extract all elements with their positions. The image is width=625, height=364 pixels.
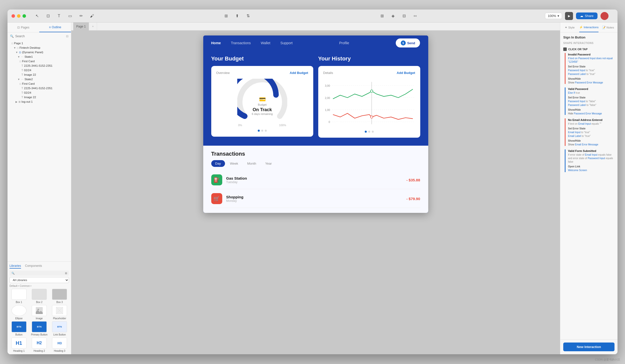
close-button[interactable] [12, 14, 15, 18]
budget-card: Overview Add Budget [211, 66, 313, 137]
lib-item-link-button[interactable]: BTN Link Button [50, 321, 69, 336]
minimize-button[interactable] [17, 14, 20, 18]
libs-dropdown[interactable]: All Libraries [10, 277, 69, 283]
nav-home[interactable]: Home [211, 41, 221, 45]
tab-outline[interactable]: ≡ Outline [39, 22, 71, 32]
tab-components[interactable]: Components [25, 264, 42, 269]
shopping-day: Monday [226, 199, 402, 203]
tab-year[interactable]: Year [261, 160, 276, 167]
new-interaction-button[interactable]: New Interaction [563, 343, 614, 351]
share-button[interactable]: ☁ Share [576, 12, 598, 19]
distribute-tool[interactable]: ⇅ [244, 12, 252, 20]
lib-item-placeholder[interactable]: Placeholder [50, 305, 69, 320]
tree-image1[interactable]: T Image 22 [8, 72, 71, 77]
right-panel-tabs: ✦ Style ⚡ Interactions 📝 Notes [560, 22, 618, 32]
tree-date1[interactable]: T 02/24 [8, 68, 71, 72]
tree-image2[interactable]: T Image 22 [8, 95, 71, 99]
tree-label-date2: 02/24 [24, 91, 31, 94]
svg-point-1 [38, 309, 39, 310]
arrange-tool[interactable]: ⊟ [400, 12, 408, 20]
grid-tool[interactable]: ⊞ [378, 12, 386, 20]
tree-root-page1[interactable]: □ Page 1 [8, 41, 71, 45]
lib-item-h1[interactable]: H1 Heading 1 [10, 338, 28, 352]
history-add-btn[interactable]: Add Budget [397, 71, 415, 75]
share-icon: ☁ [580, 14, 583, 18]
main-window: ↖ ⊡ T ▭ ✏ 🖌 ⊞ ⬆ ⇅ ⊞ ◈ ⊟ ⇿ 100% ▾ ▶ ☁ Sha… [8, 9, 618, 354]
nav-transactions[interactable]: Transactions [231, 41, 251, 45]
tree-label-img1: Image 22 [24, 73, 36, 76]
align-tool[interactable]: ⬆ [233, 12, 241, 20]
tab-notes[interactable]: 📝 Notes [598, 22, 618, 32]
lib-item-h2[interactable]: H2 Heading 2 [30, 338, 48, 352]
spacing-tool[interactable]: ⇿ [411, 12, 419, 20]
tab-pages[interactable]: ⊡ Pages [8, 22, 39, 32]
filter-icon[interactable]: ⊟ [66, 34, 68, 38]
tree-fintech-desktop[interactable]: ▼ □ Fintech Desktop [8, 45, 71, 50]
maximize-button[interactable] [22, 14, 26, 18]
tree-dynamic-panel[interactable]: ▼ ⊡ (Dynamic Panel) [8, 50, 71, 54]
nav-wallet[interactable]: Wallet [261, 41, 270, 45]
hist-dot-3 [372, 131, 374, 133]
user-avatar[interactable] [600, 12, 608, 20]
tab-week[interactable]: Week [226, 160, 242, 167]
lib-item-primary-button[interactable]: BTN Primary Button [30, 321, 48, 336]
tree-cc-number2[interactable]: T 2225-3441-5152-2351 [8, 86, 71, 90]
setstate-label-1: Set Error State [568, 65, 614, 68]
canvas-tab-page1[interactable]: Page 1 [73, 22, 89, 30]
play-button[interactable]: ▶ [565, 12, 573, 20]
canvas-tab-add[interactable]: + [89, 22, 97, 30]
send-button[interactable]: $ Send [396, 38, 420, 47]
expand-tool[interactable]: ⊞ [222, 12, 230, 20]
h2-label: Heading 2 [34, 350, 45, 352]
lib-item-box2[interactable]: Box 2 [30, 289, 48, 304]
lib-item-image[interactable]: Image [30, 305, 48, 320]
cursor-tool[interactable]: ↖ [33, 12, 41, 20]
tree-label-state1: State1 [24, 55, 33, 58]
text-tool[interactable]: T [55, 12, 63, 20]
zoom-control[interactable]: 100% ▾ [545, 13, 562, 19]
libs-search[interactable]: 🔍 ⊟ [10, 271, 69, 276]
transaction-gas[interactable]: ⛽ Gas Station Tuesday - $35.88 [211, 171, 420, 189]
lib-item-h3[interactable]: H3 Heading 3 [50, 338, 69, 352]
tree-firstcard2[interactable]: □ First Card [8, 81, 71, 86]
tree-firstcard1[interactable]: □ First Card [8, 59, 71, 63]
left-panel: ⊡ Pages ≡ Outline 🔍 ⊟ □ Page 1 [8, 22, 71, 354]
interaction-no-email: No Email Address Entered If text on Emai… [565, 118, 614, 146]
tab-libraries[interactable]: Libraries [10, 264, 21, 269]
libs-search-input[interactable] [16, 272, 64, 275]
nav-support[interactable]: Support [280, 41, 292, 45]
frame-tool[interactable]: ⊡ [44, 12, 52, 20]
lib-item-ellipse[interactable]: Ellipse [10, 305, 28, 320]
box1-label: Box 1 [16, 301, 22, 304]
tree-logout[interactable]: ▶ ⊞ log-out 1 [8, 99, 71, 104]
app-sections: Your Budget Overview Add Budget [211, 55, 420, 138]
tab-month[interactable]: Month [243, 160, 260, 167]
tab-style[interactable]: ✦ Style [560, 22, 579, 32]
app-frame: Home Transactions Wallet Support Profile… [203, 35, 428, 213]
transaction-shopping[interactable]: 🛒 Shopping Monday - $79.90 [211, 190, 420, 208]
search-input[interactable] [15, 34, 64, 38]
app-body: Your Budget Overview Add Budget [203, 50, 428, 146]
tree-state2[interactable]: ▼ ⋯ State2 [8, 77, 71, 81]
setstate-label-3: Set Error State [568, 127, 614, 130]
lib-item-box1[interactable]: Box 1 [10, 289, 28, 304]
outline-icon: ≡ [49, 25, 51, 29]
interaction-valid-password: Valid Password Else If true Set Error St… [565, 87, 614, 115]
budget-add-btn[interactable]: Add Budget [290, 71, 308, 75]
no-email-setstate: Set Error State Email Input to "true" Em… [568, 127, 614, 138]
nav-profile[interactable]: Profile [339, 41, 349, 45]
lib-item-button[interactable]: BTN Button [10, 321, 28, 336]
tab-day[interactable]: Day [211, 160, 225, 167]
canvas-content[interactable]: Home Transactions Wallet Support Profile… [71, 30, 560, 354]
tree-cc-number1[interactable]: T 2225-3441-5152-2351 [8, 63, 71, 68]
paint-tool[interactable]: 🖌 [88, 12, 96, 20]
component-tool[interactable]: ◈ [389, 12, 397, 20]
shape-tool[interactable]: ▭ [66, 12, 74, 20]
valid-form-openlink: Open Link Welcome Screen [568, 165, 614, 172]
tab-interactions[interactable]: ⚡ Interactions [579, 22, 598, 32]
right-panel: ✦ Style ⚡ Interactions 📝 Notes Sign In B… [560, 22, 618, 354]
tree-date2[interactable]: T 02/24 [8, 90, 71, 95]
lib-item-box3[interactable]: Box 3 [50, 289, 69, 304]
tree-state1[interactable]: ▼ ⋯ State1 [8, 54, 71, 59]
pen-tool[interactable]: ✏ [77, 12, 85, 20]
